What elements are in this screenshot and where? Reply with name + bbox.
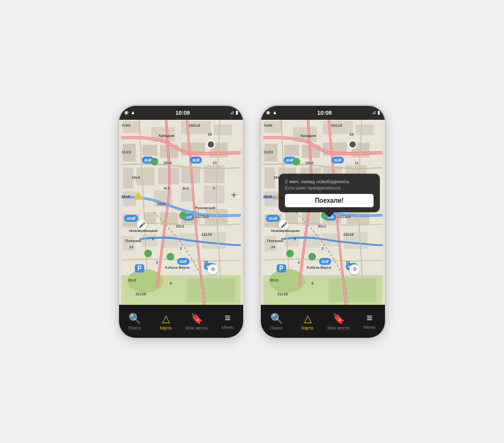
svg-rect-38 [356, 124, 374, 135]
map-label: 3с3 [182, 186, 189, 190]
bottom-navigation: 🔍Поиск△Карта🔖Мои места≡Меню [119, 305, 243, 338]
phone-right: ◉ ▲ 10:08 ⊿ ▮ [260, 105, 386, 339]
map-label: 6 [312, 281, 313, 285]
map-label: 11/13с3 [195, 215, 209, 219]
compass-icon[interactable]: ⊙ [208, 264, 218, 274]
map-label: 21с16 [277, 292, 288, 296]
nav-icon-2: 🔖 [332, 312, 345, 324]
nav-icon-3: ≡ [225, 312, 230, 324]
svg-rect-35 [329, 278, 376, 302]
map-label: 18с2 [163, 161, 172, 165]
nav-label-0: Поиск [129, 326, 141, 330]
nav-label-3: Меню [222, 325, 234, 330]
map-label: 2 [180, 247, 182, 250]
svg-rect-20 [181, 188, 193, 202]
svg-rect-6 [214, 124, 232, 135]
map-label: 13с19 [343, 233, 354, 236]
map-label: 13с19 [201, 233, 212, 236]
map-label: 11/13с3 [337, 215, 351, 219]
nav-item-поиск[interactable]: 🔍Поиск [261, 312, 292, 330]
nav-label-2: Мои места [327, 326, 350, 330]
nav-item-меню[interactable]: ≡Меню [212, 312, 243, 330]
nav-icon-1: △ [304, 312, 312, 324]
map-label: Азбука Вкуса [306, 266, 331, 269]
status-left-icons: ◉ ▲ [124, 110, 135, 115]
price-badge: 60₽ [177, 258, 189, 265]
map-label: 24 [129, 245, 134, 249]
map-label: 3 [298, 260, 299, 264]
nav-label-1: Карта [160, 326, 172, 330]
nav-icon-0: 🔍 [270, 312, 283, 324]
battery-icons: ⊿ ▮ [230, 110, 238, 115]
nav-label-3: Меню [363, 325, 375, 330]
mic-icon[interactable]: 🎤 [279, 220, 289, 230]
map-label: 10с1 [157, 202, 165, 206]
map-area[interactable]: 7с6А18/1с516Аркадия11/2318с2114с13с3319с… [261, 120, 385, 305]
map-label: 4с1 [163, 186, 170, 190]
compass-icon[interactable]: ⊙ [350, 264, 360, 274]
nav-icon-1: △ [162, 312, 170, 324]
svg-rect-9 [142, 144, 158, 155]
map-label: 3 [156, 260, 158, 264]
map-label: 25с1 [318, 224, 326, 228]
map-label: 2 [322, 247, 324, 250]
map-label: 25с1 [176, 224, 184, 228]
map-label: 11 [355, 161, 359, 165]
nav-item-карта[interactable]: △Карта [292, 312, 323, 330]
status-time: 10:08 [317, 110, 332, 116]
map-label: Азбука Вкуса [165, 266, 189, 269]
bike-icon: 🚲 [167, 253, 174, 260]
map-label: 11/23 [122, 150, 131, 154]
nav-label-0: Поиск [270, 326, 282, 330]
tooltip-subtitle: Есть шанс припарковаться [285, 186, 374, 190]
price-badge: 200₽ [266, 215, 280, 222]
svg-rect-37 [323, 120, 353, 134]
status-time: 10:08 [175, 110, 190, 116]
nav-label-2: Мои места [186, 326, 208, 330]
bike-icon: 🚲 [151, 158, 158, 165]
map-label: Аркадия [158, 134, 174, 138]
map-label: 30с3 [270, 278, 278, 282]
nav-item-поиск[interactable]: 🔍Поиск [119, 312, 150, 330]
map-label: 24 [271, 245, 275, 249]
map-label: 16с6 [122, 195, 130, 198]
signal-icon: ▲ [130, 110, 135, 115]
bike-icon: 🚲 [179, 212, 187, 219]
nav-item-мои места[interactable]: 🔖Мои места [323, 312, 354, 330]
parking-tooltip: 2 мин. назад освободилось Есть шанс прип… [279, 174, 380, 212]
status-bar: ◉ ▲ 10:08 ⊿ ▮ [261, 106, 385, 120]
nav-item-карта[interactable]: △Карта [150, 312, 181, 330]
map-label: 18/1с5 [331, 124, 342, 127]
map-label: Поппинс [125, 239, 142, 243]
price-badge: 60₽ [332, 157, 344, 164]
map-label: 16 [350, 132, 354, 136]
bike-icon: 🚲 [308, 253, 316, 260]
map-label: 21с16 [135, 292, 146, 296]
nav-item-мои места[interactable]: 🔖Мои места [181, 312, 212, 330]
map-label: 19с2 [132, 176, 140, 179]
nav-item-меню[interactable]: ≡Меню [354, 312, 385, 330]
map-area[interactable]: 7с6А18/1с516Аркадия11/2318с2114с13с3319с… [119, 120, 243, 305]
mic-icon[interactable]: 🎤 [137, 220, 147, 230]
data-icon: ⊿ [230, 110, 234, 115]
location-icon: ◉ [266, 110, 270, 115]
svg-rect-41 [284, 144, 299, 155]
map-label: 18с2 [305, 161, 313, 165]
price-badge: 60₽ [190, 157, 202, 164]
price-badge: 200₽ [124, 215, 138, 222]
map-label: 3 [213, 186, 215, 190]
svg-rect-28 [142, 234, 158, 246]
parking-icon: P [277, 264, 286, 273]
map-label: 6 [294, 237, 296, 241]
location-icon: ◉ [124, 110, 129, 115]
map-label: Аркадия [300, 134, 316, 138]
nav-icon-3: ≡ [367, 312, 372, 324]
battery-icon: ▮ [236, 110, 238, 115]
status-left-icons: ◉ ▲ [266, 110, 277, 115]
crosshair-icon[interactable]: + [231, 189, 237, 201]
bike-icon: 🚲 [293, 158, 300, 165]
lets-go-button[interactable]: Поехали! [285, 194, 374, 207]
parking-icon: P [135, 264, 144, 273]
bike-icon: 🚲 [286, 250, 294, 257]
map-label: 7с6А [263, 124, 272, 127]
